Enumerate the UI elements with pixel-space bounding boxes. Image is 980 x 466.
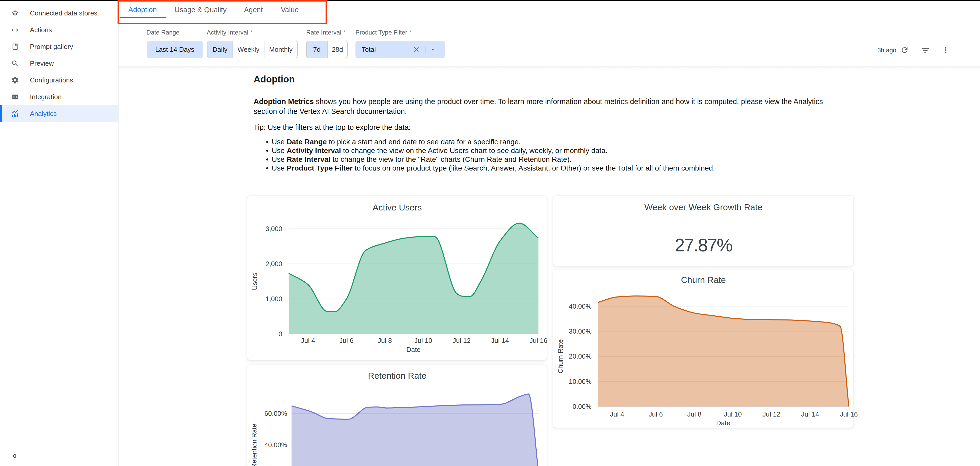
svg-text:30.00%: 30.00% <box>569 327 592 335</box>
svg-text:Jul 16: Jul 16 <box>840 411 858 418</box>
svg-text:0.00%: 0.00% <box>573 403 592 411</box>
svg-text:Jul 14: Jul 14 <box>801 411 819 418</box>
svg-text:3,000: 3,000 <box>266 225 282 233</box>
svg-text:Users: Users <box>251 273 259 290</box>
svg-text:Jul 14: Jul 14 <box>491 337 509 344</box>
svg-text:2,000: 2,000 <box>266 260 282 268</box>
svg-text:0: 0 <box>278 330 282 338</box>
svg-text:60.00%: 60.00% <box>264 410 287 417</box>
svg-text:Jul 4: Jul 4 <box>301 337 315 344</box>
svg-text:Retention Rate: Retention Rate <box>250 423 258 466</box>
svg-text:40.00%: 40.00% <box>569 303 592 310</box>
svg-text:40.00%: 40.00% <box>264 441 287 449</box>
svg-text:Week over Week Growth Rate: Week over Week Growth Rate <box>644 202 762 212</box>
svg-text:Jul 8: Jul 8 <box>378 337 392 344</box>
svg-text:20.00%: 20.00% <box>569 352 592 360</box>
svg-text:Date: Date <box>716 419 730 427</box>
svg-text:Jul 12: Jul 12 <box>762 411 780 418</box>
svg-text:Active Users: Active Users <box>373 203 422 212</box>
svg-text:Jul 6: Jul 6 <box>339 337 354 344</box>
svg-text:Jul 16: Jul 16 <box>530 337 547 344</box>
svg-text:1,000: 1,000 <box>266 295 282 303</box>
svg-text:Jul 8: Jul 8 <box>687 411 702 418</box>
svg-text:Churn Rate: Churn Rate <box>557 339 564 374</box>
svg-text:Jul 10: Jul 10 <box>724 411 741 418</box>
svg-text:Jul 4: Jul 4 <box>610 411 624 418</box>
svg-text:Date: Date <box>406 346 421 353</box>
svg-text:Retention Rate: Retention Rate <box>368 371 426 380</box>
svg-text:27.87%: 27.87% <box>675 235 732 255</box>
svg-text:Jul 10: Jul 10 <box>414 337 432 344</box>
svg-text:Jul 12: Jul 12 <box>453 337 471 344</box>
svg-text:Jul 6: Jul 6 <box>649 411 663 418</box>
svg-text:10.00%: 10.00% <box>569 378 592 385</box>
svg-text:Churn Rate: Churn Rate <box>681 275 726 285</box>
